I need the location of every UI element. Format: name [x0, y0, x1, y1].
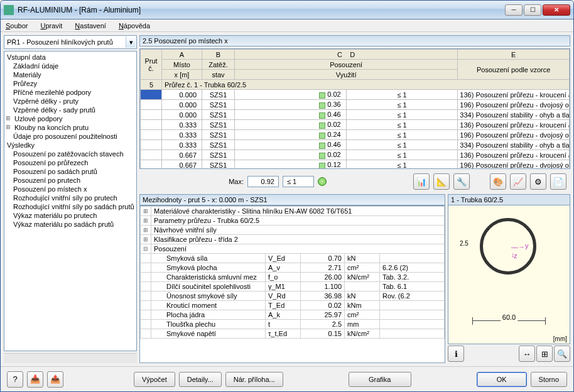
tree-item[interactable]: Posouzení po zatěžovacích stavech: [6, 150, 135, 158]
print-preview-icon[interactable]: 🔍: [554, 346, 570, 362]
tree-group[interactable]: Výsledky: [6, 141, 135, 150]
footer: ? 📥 📤 Výpočet Detaily... Nár. příloha...…: [1, 366, 573, 391]
table-row[interactable]: 0.000SZS1 0.36≤ 1196) Posouzení průřezu …: [141, 100, 570, 110]
details-group[interactable]: ⊟Posouzení: [141, 244, 445, 254]
case-selector[interactable]: PŘ1 - Posouzení hliníkových prutů ▾: [4, 35, 137, 49]
axes-icon: y z —→↓: [511, 243, 525, 258]
max-value: 0.92: [247, 176, 279, 187]
info-icon[interactable]: ℹ: [448, 346, 464, 362]
filter-members-icon[interactable]: 📐: [433, 173, 450, 190]
color-scale-icon[interactable]: 🎨: [490, 173, 506, 190]
calculate-button[interactable]: Výpočet: [134, 372, 175, 387]
tree-item[interactable]: Příčné mezilehlé podpory: [6, 88, 135, 97]
section-preview: 2.5 y z —→↓ 60.0 [mm]: [448, 205, 570, 344]
menu-napoveda[interactable]: Nápověda: [116, 21, 153, 31]
case-selector-value: PŘ1 - Posouzení hliníkových prutů: [7, 38, 113, 46]
tree-item[interactable]: Výkaz materiálu po prutech: [6, 211, 135, 220]
details-group[interactable]: ⊞Klasifikace průřezu - třída 2: [141, 235, 445, 244]
preview-title: 1 - Trubka 60/2.5: [448, 194, 570, 205]
details-row[interactable]: Tloušťka plechut2.5mm: [141, 320, 445, 329]
ok-button[interactable]: OK: [477, 372, 527, 387]
details-row[interactable]: Únosnost smykové sílyV_Rd36.98kNRov. (6.…: [141, 291, 445, 301]
max-label: Max:: [143, 178, 244, 185]
z-axis-label: z: [514, 252, 517, 259]
tree-item[interactable]: Materiály: [6, 70, 135, 79]
tree-item[interactable]: Výkaz materiálu po sadách prutů: [6, 220, 135, 229]
width-dimension: 60.0: [472, 317, 546, 325]
max-row: Max: 0.92 ≤ 1 📊 📐 🔧 🎨 📈 ⚙ 📄: [139, 171, 570, 192]
show-relations-icon[interactable]: ⚙: [530, 173, 546, 190]
tree-item[interactable]: Rozhodující vnitřní síly po sadách prutů: [6, 202, 135, 211]
details-row[interactable]: Charakteristická smluvní mezf_o26.00kN/c…: [141, 273, 445, 282]
graphics-button[interactable]: Grafika: [349, 372, 411, 387]
details-group[interactable]: ⊞Materiálové charakteristiky - Slitina h…: [141, 207, 445, 216]
tree-item[interactable]: Klouby na koncích prutu: [6, 123, 135, 132]
tree-item[interactable]: Posouzení po sadách prutů: [6, 167, 135, 176]
details-button[interactable]: Detaily...: [179, 372, 222, 387]
export-excel-icon[interactable]: 📄: [550, 173, 566, 190]
window-title: RF-ALUMINIUM - [Rám - Aluminium]: [18, 6, 505, 14]
navigator-tree[interactable]: Vstupní dataZákladní údajeMateriályPrůře…: [4, 51, 137, 351]
maximize-button[interactable]: ☐: [524, 4, 541, 16]
tree-item[interactable]: Uzlové podpory: [6, 114, 135, 123]
results-grid[interactable]: Prutč. AB C DE MístoZatěž.PosouzeníPosou…: [139, 48, 570, 169]
details-row[interactable]: Smykové napětíτ_t,Ed0.15kN/cm²: [141, 329, 445, 339]
dimension-icon[interactable]: ↔: [519, 346, 535, 362]
app-window: RF-ALUMINIUM - [Rám - Aluminium] ─ ☐ ✕ S…: [0, 0, 574, 392]
menu-upravit[interactable]: Upravit: [38, 21, 65, 31]
tree-item[interactable]: Posouzení po prutech: [6, 176, 135, 185]
close-button[interactable]: ✕: [543, 4, 570, 16]
grid-title: 2.5 Posouzení po místech x: [139, 35, 570, 46]
show-diagram-icon[interactable]: 📈: [510, 173, 526, 190]
table-row[interactable]: 0.333SZS1 0.02≤ 1136) Posouzení průřezu …: [141, 120, 570, 130]
status-ok-icon: [318, 177, 327, 186]
filter-utilization-icon[interactable]: 🔧: [453, 173, 470, 190]
details-row[interactable]: Dílčí součinitel spolehlivostiγ_M11.100T…: [141, 282, 445, 291]
table-row[interactable]: 0.667SZS1 0.12≤ 1196) Posouzení průřezu …: [141, 160, 570, 170]
menu-nastaveni[interactable]: Nastavení: [72, 21, 109, 31]
table-row[interactable]: 0.333SZS1 0.46≤ 1334) Posouzení stabilit…: [141, 140, 570, 150]
export-icon[interactable]: 📤: [47, 371, 63, 388]
table-row[interactable]: 0.667SZS1 0.02≤ 1136) Posouzení průřezu …: [141, 150, 570, 160]
table-row[interactable]: 0.000SZS1 0.02≤ 1136) Posouzení průřezu …: [141, 90, 570, 100]
details-row[interactable]: Smyková sílaV_Ed0.70kN: [141, 254, 445, 263]
help-icon[interactable]: ?: [7, 371, 23, 388]
tree-scrollbar[interactable]: [4, 353, 137, 363]
tree-item[interactable]: Průřezy: [6, 79, 135, 88]
unit-label: [mm]: [553, 335, 567, 342]
minimize-button[interactable]: ─: [505, 4, 523, 16]
tree-group[interactable]: Vstupní data: [6, 53, 135, 62]
y-axis-label: y: [525, 242, 529, 249]
details-row[interactable]: Krouticí momentT_Ed0.02kNm: [141, 301, 445, 310]
max-relation: ≤ 1: [283, 176, 314, 187]
details-row[interactable]: Smyková plochaA_v2.71cm²6.2.6 (2): [141, 263, 445, 273]
details-group[interactable]: ⊞Parametry průřezu - Trubka 60/2.5: [141, 216, 445, 226]
import-icon[interactable]: 📥: [27, 371, 43, 388]
details-row[interactable]: Plocha jádraA_k25.97cm²: [141, 310, 445, 320]
thickness-label: 2.5: [460, 240, 468, 247]
tree-item[interactable]: Posouzení po průřezech: [6, 158, 135, 167]
chevron-down-icon[interactable]: ▾: [126, 36, 136, 48]
table-row[interactable]: 0.000SZS1 0.46≤ 1334) Posouzení stabilit…: [141, 110, 570, 120]
filter-loadcase-icon[interactable]: 📊: [413, 173, 430, 190]
table-row[interactable]: 0.333SZS1 0.24≤ 1196) Posouzení průřezu …: [141, 130, 570, 140]
details-title: Mezihodnoty - prut 5 - x: 0.000 m - SZS1: [139, 194, 445, 205]
titlebar: RF-ALUMINIUM - [Rám - Aluminium] ─ ☐ ✕: [1, 1, 573, 19]
tree-item[interactable]: Vzpěrné délky - sady prutů: [6, 106, 135, 114]
axes-toggle-icon[interactable]: ⊞: [536, 346, 553, 362]
details-group[interactable]: ⊞Návrhové vnitřní síly: [141, 226, 445, 235]
tree-item[interactable]: Vzpěrné délky - pruty: [6, 97, 135, 106]
details-grid[interactable]: ⊞Materiálové charakteristiky - Slitina h…: [139, 205, 445, 363]
menu-soubor[interactable]: Soubor: [3, 21, 30, 31]
tree-item[interactable]: Posouzení po místech x: [6, 185, 135, 193]
app-icon: [4, 5, 14, 15]
cancel-button[interactable]: Storno: [531, 372, 567, 387]
national-annex-button[interactable]: Nár. příloha...: [225, 372, 283, 387]
tree-item[interactable]: Údaje pro posouzení použitelnosti: [6, 132, 135, 141]
tree-item[interactable]: Rozhodující vnitřní síly po prutech: [6, 193, 135, 202]
menubar: Soubor Upravit Nastavení Nápověda: [1, 19, 573, 32]
tree-item[interactable]: Základní údaje: [6, 62, 135, 70]
